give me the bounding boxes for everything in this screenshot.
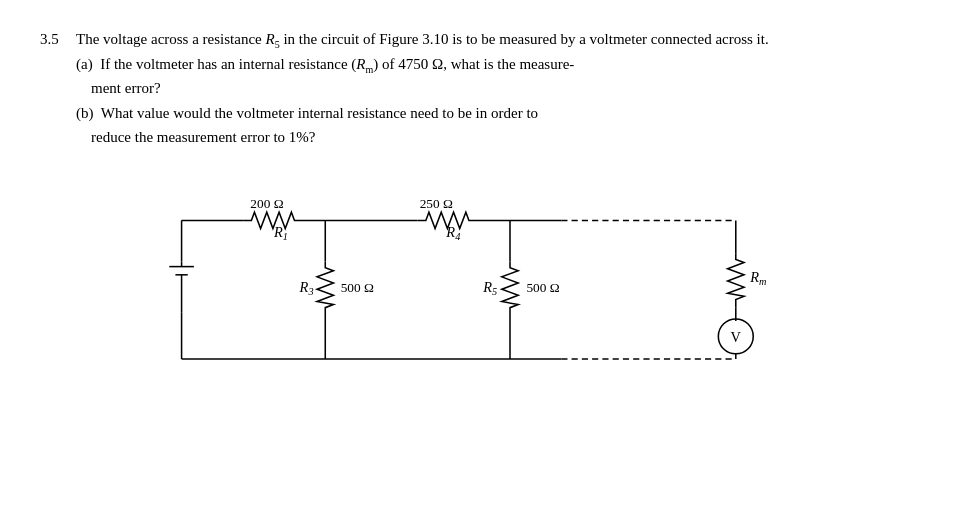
part-a-block: (a) If the voltmeter has an internal res… — [76, 53, 938, 101]
r5-sub: 5 — [275, 39, 280, 50]
part-b-block: (b) What value would the voltmeter inter… — [76, 102, 938, 149]
circuit-diagram: .wire { stroke: #000; stroke-width: 1.5;… — [120, 167, 900, 397]
r4-label: R4 — [445, 224, 460, 242]
problem-number: 3.5 — [40, 28, 70, 53]
r5-label: R — [266, 31, 275, 47]
r3-value-label: 500 Ω — [341, 280, 374, 295]
rm-label: Rm — [749, 269, 766, 287]
part-a-prefix: (a) — [76, 56, 93, 72]
problem-text: 3.5 The voltage across a resistance R5 i… — [40, 28, 938, 149]
r4-value-label: 250 Ω — [420, 196, 453, 211]
circuit-svg: .wire { stroke: #000; stroke-width: 1.5;… — [120, 167, 900, 397]
problem-intro: The voltage across a resistance R5 in th… — [76, 28, 938, 53]
rm-sub: m — [365, 64, 373, 75]
part-b-prefix: (b) — [76, 105, 94, 121]
r5-label: R5 — [482, 279, 497, 297]
r3-label: R3 — [299, 279, 314, 297]
voltmeter-v-label: V — [731, 328, 742, 344]
r1-value-label: 200 Ω — [250, 196, 283, 211]
r5-value-label: 500 Ω — [526, 280, 559, 295]
problem-line-1: 3.5 The voltage across a resistance R5 i… — [40, 28, 938, 53]
page: 3.5 The voltage across a resistance R5 i… — [0, 0, 978, 417]
